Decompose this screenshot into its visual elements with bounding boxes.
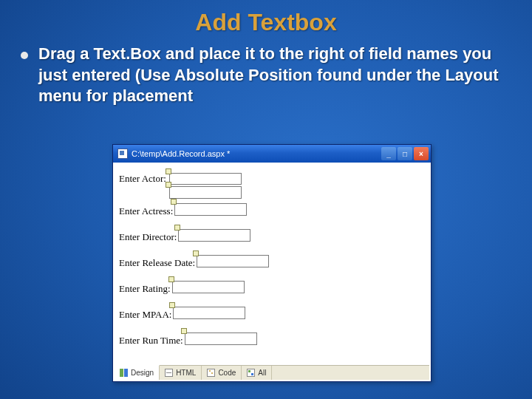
tab-design[interactable]: Design — [115, 365, 160, 380]
textbox-control[interactable] — [185, 332, 257, 345]
textbox-control[interactable] — [172, 281, 245, 293]
tab-label: All — [258, 369, 266, 377]
tab-html[interactable]: HTML — [160, 366, 202, 380]
maximize-button[interactable]: □ — [398, 147, 412, 160]
textbox-control[interactable] — [197, 255, 269, 267]
tab-all[interactable]: All — [242, 366, 272, 380]
tab-code[interactable]: Code — [202, 366, 242, 380]
resize-handle-icon[interactable] — [169, 302, 175, 308]
editor-window: C:\temp\Add.Record.aspx * _ □ × Enter Ac… — [112, 144, 432, 382]
titlebar[interactable]: C:\temp\Add.Record.aspx * _ □ × — [113, 145, 431, 163]
tab-label: Design — [131, 369, 154, 377]
window-title: C:\temp\Add.Record.aspx * — [132, 149, 380, 158]
field-row: Enter MPAA: — [119, 307, 245, 322]
field-label: Enter Release Date: — [119, 257, 195, 269]
field-label: Enter MPAA: — [119, 309, 171, 321]
textbox-control[interactable] — [178, 229, 250, 242]
resize-handle-icon[interactable] — [166, 168, 171, 174]
tab-label: HTML — [176, 369, 196, 377]
bullet-icon — [21, 52, 28, 59]
all-icon — [247, 369, 255, 377]
field-row: Enter Actor: — [119, 173, 242, 202]
textbox-control[interactable] — [174, 203, 247, 216]
design-surface[interactable]: Enter Actor:Enter Actress:Enter Director… — [115, 164, 429, 364]
resize-handle-icon[interactable] — [181, 328, 187, 334]
app-icon — [117, 149, 128, 159]
field-label: Enter Actress: — [119, 205, 173, 217]
textbox-control[interactable] — [169, 186, 242, 199]
resize-handle-icon[interactable] — [166, 182, 171, 188]
textbox-control[interactable] — [169, 173, 242, 185]
view-tabs: Design HTML Code All — [115, 365, 429, 380]
resize-handle-icon[interactable] — [171, 199, 177, 205]
bullet-text: Drag a Text.Box and place it to the righ… — [38, 44, 502, 107]
resize-handle-icon[interactable] — [174, 225, 180, 231]
field-row: Enter Release Date: — [119, 255, 269, 270]
code-icon — [207, 369, 215, 377]
resize-handle-icon[interactable] — [168, 276, 174, 282]
resize-handle-icon[interactable] — [193, 250, 199, 256]
field-label: Enter Director: — [119, 231, 177, 243]
field-label: Enter Rating: — [119, 283, 171, 295]
slide-title: Add Textbox — [0, 0, 532, 36]
html-icon — [165, 369, 173, 377]
field-row: Enter Run Time: — [119, 332, 257, 348]
close-button[interactable]: × — [414, 147, 429, 160]
textbox-control[interactable] — [173, 307, 245, 319]
field-label: Enter Actor: — [119, 173, 166, 185]
field-row: Enter Rating: — [119, 281, 245, 296]
design-icon — [120, 369, 128, 377]
minimize-button[interactable]: _ — [381, 147, 396, 160]
bullet-row: Drag a Text.Box and place it to the righ… — [0, 36, 532, 107]
field-row: Enter Actress: — [119, 203, 247, 219]
tab-label: Code — [218, 369, 236, 377]
field-row: Enter Director: — [119, 229, 250, 245]
field-label: Enter Run Time: — [119, 335, 183, 347]
